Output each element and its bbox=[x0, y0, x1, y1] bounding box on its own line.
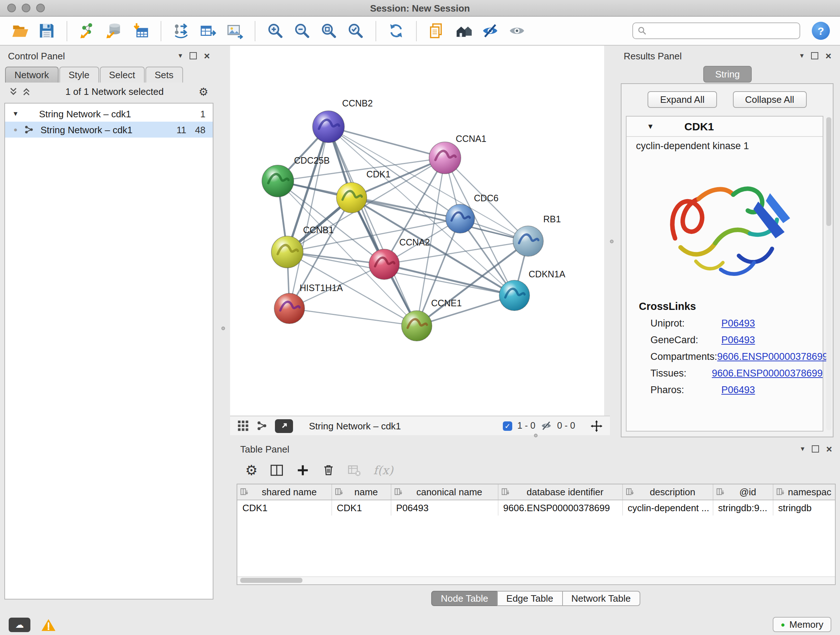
hide-graphics-details-button[interactable] bbox=[479, 19, 501, 42]
open-in-cytoscape-web-button[interactable] bbox=[425, 19, 448, 42]
tab-sets[interactable]: Sets bbox=[145, 67, 183, 82]
collapse-all-networks-icon[interactable] bbox=[9, 87, 17, 96]
column-header-canonical-name[interactable]: canonical name bbox=[391, 485, 498, 500]
expand-all-button[interactable]: Expand All bbox=[648, 91, 717, 108]
network-node-cdkn1a[interactable] bbox=[499, 280, 530, 310]
network-row-selected[interactable]: ● String Network – cdk1 11 48 bbox=[5, 122, 213, 138]
selected-checkbox-icon[interactable]: ✓ bbox=[503, 421, 512, 431]
pan-crosshair-icon[interactable] bbox=[591, 420, 603, 432]
network-edge[interactable] bbox=[289, 309, 417, 326]
collapse-panel-icon[interactable]: ▾ bbox=[801, 445, 805, 453]
export-image-button[interactable] bbox=[224, 19, 246, 42]
zoom-selected-button[interactable] bbox=[344, 19, 367, 42]
close-panel-icon[interactable]: × bbox=[204, 51, 210, 61]
right-splitter-handle[interactable] bbox=[610, 240, 614, 243]
cell-id[interactable]: stringdb:9... bbox=[713, 500, 773, 516]
table-scrollbar-thumb[interactable] bbox=[240, 578, 302, 583]
left-splitter-handle[interactable] bbox=[221, 326, 225, 330]
table-horizontal-scrollbar[interactable] bbox=[237, 576, 835, 584]
network-collection-row[interactable]: ▼ String Network – cdk1 1 bbox=[5, 106, 213, 122]
network-node-ccnb1[interactable] bbox=[271, 236, 303, 268]
zoom-window-button[interactable] bbox=[36, 4, 45, 12]
cell-namespace[interactable]: stringdb bbox=[773, 500, 836, 516]
float-panel-icon[interactable] bbox=[811, 52, 818, 59]
import-table-button[interactable] bbox=[129, 19, 152, 42]
function-builder-fx-icon[interactable]: f(x) bbox=[373, 463, 393, 477]
tab-string[interactable]: String bbox=[703, 66, 752, 82]
network-node-cdk1[interactable] bbox=[336, 182, 367, 213]
tab-network-table[interactable]: Network Table bbox=[562, 591, 640, 606]
float-panel-icon[interactable] bbox=[189, 52, 197, 59]
expand-all-networks-icon[interactable] bbox=[22, 87, 30, 96]
close-panel-icon[interactable]: × bbox=[826, 444, 832, 454]
column-header-name[interactable]: name bbox=[332, 485, 391, 500]
show-columns-icon[interactable] bbox=[270, 463, 284, 477]
network-options-gear-icon[interactable]: ⚙ bbox=[199, 86, 208, 97]
network-node-hist1h1a[interactable] bbox=[274, 293, 305, 324]
delete-column-trash-icon[interactable] bbox=[322, 463, 335, 477]
zoom-in-button[interactable] bbox=[264, 19, 286, 42]
disclosure-triangle-icon[interactable]: ▼ bbox=[12, 110, 21, 117]
crosslink-value-link[interactable]: 9606.ENSP00000378699 bbox=[717, 351, 828, 362]
column-header-shared-name[interactable]: shared name bbox=[237, 485, 332, 500]
cell-canonical-name[interactable]: P06493 bbox=[391, 500, 498, 516]
network-edge[interactable] bbox=[328, 127, 417, 326]
tab-network[interactable]: Network bbox=[5, 67, 58, 82]
collapse-panel-icon[interactable]: ▾ bbox=[179, 52, 182, 59]
apply-layout-button[interactable] bbox=[385, 19, 407, 42]
delete-table-icon-disabled[interactable] bbox=[347, 463, 361, 477]
zoom-out-button[interactable] bbox=[291, 19, 313, 42]
gene-section-header[interactable]: ▼ CDK1 bbox=[627, 117, 823, 137]
crosslink-value-link[interactable]: P06493 bbox=[722, 385, 755, 395]
tab-edge-table[interactable]: Edge Table bbox=[497, 591, 563, 606]
column-header-id[interactable]: @id bbox=[713, 485, 773, 500]
zoom-fit-button[interactable] bbox=[317, 19, 340, 42]
network-node-rb1[interactable] bbox=[513, 226, 543, 256]
cytoscape-home-button[interactable] bbox=[452, 19, 475, 42]
cell-description[interactable]: cyclin-dependent ... bbox=[622, 500, 713, 516]
tab-style[interactable]: Style bbox=[59, 67, 99, 82]
help-button[interactable]: ? bbox=[812, 22, 830, 40]
save-session-button[interactable] bbox=[35, 19, 58, 42]
close-panel-icon[interactable]: × bbox=[826, 51, 831, 61]
network-canvas[interactable]: CCNB2CCNA1CDC25BCDK1CDC6RB1CCNB1CCNA2CDK… bbox=[230, 46, 604, 416]
network-node-ccne1[interactable] bbox=[401, 310, 432, 341]
cell-database-identifier[interactable]: 9606.ENSP00000378699 bbox=[498, 500, 622, 516]
create-column-plus-icon[interactable] bbox=[296, 463, 309, 477]
column-header-database-identifier[interactable]: database identifier bbox=[498, 485, 622, 500]
network-node-cdc6[interactable] bbox=[446, 204, 475, 233]
close-window-button[interactable] bbox=[7, 4, 16, 12]
minimize-window-button[interactable] bbox=[22, 4, 30, 12]
crosslink-value-link[interactable]: P06493 bbox=[722, 334, 755, 345]
import-network-from-database-button[interactable] bbox=[103, 19, 125, 42]
cloud-sync-button[interactable]: ☁ bbox=[9, 617, 30, 632]
column-header-namespace[interactable]: namespac bbox=[773, 485, 836, 500]
float-panel-icon[interactable] bbox=[812, 445, 819, 453]
crosslink-value-link[interactable]: P06493 bbox=[722, 318, 755, 329]
cell-shared-name[interactable]: CDK1 bbox=[237, 500, 332, 516]
import-network-from-file-button[interactable] bbox=[76, 19, 98, 42]
results-scrollbar[interactable] bbox=[826, 117, 831, 430]
crosslink-value-link[interactable]: 9606.ENSP00000378699 bbox=[712, 368, 823, 379]
cell-name[interactable]: CDK1 bbox=[332, 500, 391, 516]
network-node-ccnb2[interactable] bbox=[313, 111, 344, 143]
show-graphics-details-button[interactable] bbox=[506, 19, 528, 42]
network-edge[interactable] bbox=[289, 127, 328, 309]
collapse-panel-icon[interactable]: ▾ bbox=[800, 52, 804, 59]
results-scrollbar-thumb[interactable] bbox=[826, 117, 831, 226]
network-node-ccna2[interactable] bbox=[369, 249, 399, 279]
network-node-ccna1[interactable] bbox=[429, 142, 461, 174]
export-network-button[interactable] bbox=[170, 19, 193, 42]
open-session-button[interactable] bbox=[9, 19, 31, 42]
memory-button[interactable]: ● Memory bbox=[773, 617, 831, 632]
network-share-icon[interactable] bbox=[256, 420, 268, 432]
column-header-description[interactable]: description bbox=[622, 485, 713, 500]
warnings-button[interactable] bbox=[39, 617, 58, 632]
detach-view-button[interactable] bbox=[275, 419, 293, 432]
table-options-gear-icon[interactable]: ⚙ bbox=[245, 463, 257, 477]
network-node-cdc25b[interactable] bbox=[262, 165, 294, 197]
collapse-all-button[interactable]: Collapse All bbox=[733, 91, 807, 108]
search-input[interactable] bbox=[651, 25, 795, 36]
tab-select[interactable]: Select bbox=[99, 67, 144, 82]
birds-eye-view-grid-icon[interactable] bbox=[237, 420, 249, 432]
